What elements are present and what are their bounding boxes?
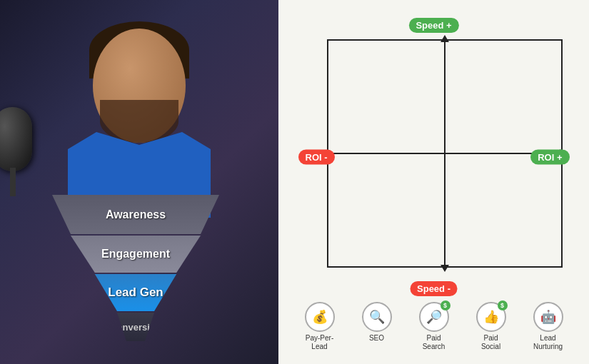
icon-paid-search: 🔎 $ PaidSearch <box>413 302 455 351</box>
up-arrow <box>441 35 449 42</box>
speed-minus-label: Speed - <box>410 281 458 296</box>
dollar-badge-social: $ <box>498 300 508 310</box>
funnel-leadgen-layer: Lead Gen <box>43 274 228 311</box>
funnel-leadgen-label: Lead Gen <box>108 285 163 300</box>
paid-social-icon: 👍 $ <box>476 302 506 332</box>
paid-search-label: PaidSearch <box>423 334 445 351</box>
ppc-icon: 💰 <box>305 302 335 332</box>
speed-plus-label: Speed + <box>408 18 458 33</box>
face-oval <box>93 29 186 143</box>
face <box>93 29 186 143</box>
ppc-label: Pay-Per-Lead <box>306 334 333 351</box>
vertical-axis <box>444 41 445 266</box>
down-arrow <box>441 265 449 272</box>
funnel-engagement-label: Engagement <box>101 248 170 261</box>
paid-search-icon: 🔎 $ <box>419 302 449 332</box>
icon-seo: 🔍 SEO <box>356 302 398 343</box>
roi-plus-label: ROI + <box>530 150 569 165</box>
seo-icon: 🔍 <box>362 302 392 332</box>
funnel-engagement-layer: Engagement <box>43 236 228 273</box>
funnel-awareness-layer: Awareness <box>43 195 228 234</box>
whiteboard-panel: Speed + Speed - ROI - ROI + 💰 Pay-Per-Le… <box>278 0 589 364</box>
beard <box>100 100 178 143</box>
funnel-diagram: Awareness Engagement Lead Gen Conversion <box>43 195 228 343</box>
icon-lead-nurturing: 🤖 LeadNurturing <box>527 302 570 351</box>
funnel-awareness-label: Awareness <box>106 208 166 221</box>
video-panel: Awareness Engagement Lead Gen Conversion <box>0 0 278 364</box>
hair <box>89 21 189 79</box>
chart-border <box>327 39 563 268</box>
paid-social-label: PaidSocial <box>481 334 500 351</box>
lead-nurturing-label: LeadNurturing <box>533 334 563 351</box>
funnel-conversion-layer: Conversion <box>43 313 228 341</box>
funnel-conversion-label: Conversion <box>110 322 161 333</box>
icon-paid-social: 👍 $ PaidSocial <box>470 302 513 351</box>
dollar-badge-search: $ <box>441 300 450 310</box>
lead-nurturing-icon: 🤖 <box>533 302 563 332</box>
quadrant-chart: Speed + Speed - ROI - ROI + <box>298 18 570 296</box>
icon-ppc: 💰 Pay-Per-Lead <box>298 302 341 351</box>
icons-row: 💰 Pay-Per-Lead 🔍 SEO 🔎 $ PaidSearch 👍 $ … <box>298 302 570 351</box>
roi-minus-label: ROI - <box>298 150 335 165</box>
seo-label: SEO <box>369 334 384 343</box>
